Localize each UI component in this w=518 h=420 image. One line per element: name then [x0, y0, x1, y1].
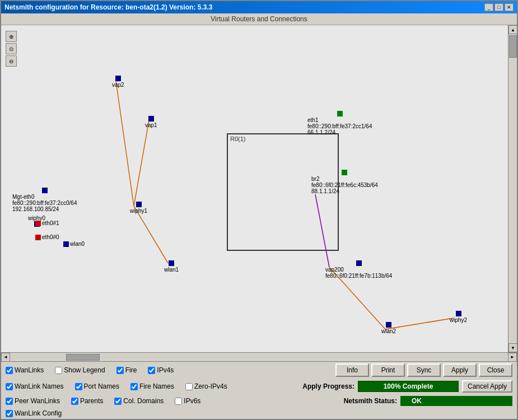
- checkbox-wanlinks[interactable]: WanLinks: [6, 366, 44, 374]
- node-label-eth1: eth1fe80::290:bff:fe37:2cc1/6466.1.1.2/2…: [307, 117, 372, 136]
- checkbox-wanlink-names-input[interactable]: [6, 383, 13, 390]
- node-label-wlan1: wlan1: [164, 267, 179, 273]
- info-button[interactable]: Info: [335, 363, 369, 377]
- print-button[interactable]: Print: [371, 363, 405, 377]
- checkbox-wanlink-config[interactable]: WanLink Config: [6, 409, 62, 417]
- checkbox-ipv6s-input[interactable]: [175, 398, 182, 405]
- checkbox-ipv6s[interactable]: IPv6s: [175, 397, 200, 405]
- scroll-right-btn[interactable]: ►: [508, 353, 517, 362]
- node-label-wiphy1: wiphy1: [130, 208, 147, 214]
- checkbox-fire-names[interactable]: Fire Names: [130, 382, 174, 390]
- checkbox-wanlink-config-input[interactable]: [6, 410, 13, 417]
- maximize-button[interactable]: □: [494, 3, 503, 11]
- checkbox-zero-ipv4s-label: Zero-IPv4s: [194, 382, 227, 390]
- scroll-thumb-right[interactable]: [509, 35, 517, 58]
- checkbox-ipv4s-label: IPv4s: [157, 366, 174, 374]
- window-title: Netsmith configuration for Resource: ben…: [4, 3, 212, 11]
- checkbox-row-1: WanLinks Show Legend Fire IPv4s: [1, 362, 517, 379]
- checkbox-col-domains[interactable]: Col. Domains: [114, 397, 164, 405]
- checkbox-wanlink-names[interactable]: WanLink Names: [6, 382, 64, 390]
- node-square-vap2: [115, 76, 121, 81]
- section-label: Virtual Routers and Connections: [1, 13, 517, 25]
- zoom-in-button[interactable]: ⊕: [6, 31, 17, 42]
- node-label-br2: br2fe80::6f0:21ff:fe6c:453b/6488.1.1.1/2…: [311, 176, 378, 194]
- checkbox-row-4: WanLink Config: [1, 408, 517, 419]
- node-label-eth0-1: eth0#1: [42, 220, 59, 226]
- checkbox-show-legend-input[interactable]: [55, 367, 62, 374]
- minimize-button[interactable]: _: [484, 3, 493, 11]
- checkbox-peer-wanlinks[interactable]: Peer WanLinks: [6, 397, 60, 405]
- node-wlan1: wlan1: [164, 260, 179, 273]
- cancel-apply-button[interactable]: Cancel Apply: [462, 380, 512, 393]
- node-wlan2: wlan2: [381, 322, 396, 334]
- node-label-wiphy2: wiphy2: [450, 317, 467, 323]
- checkbox-show-legend-label: Show Legend: [64, 366, 105, 374]
- progress-bar: 100% Complete: [358, 381, 459, 392]
- checkbox-fire-names-label: Fire Names: [139, 382, 174, 390]
- zoom-out-button[interactable]: ⊖: [6, 55, 17, 67]
- scroll-down-btn[interactable]: ▼: [508, 343, 517, 352]
- checkbox-ipv4s-input[interactable]: [148, 367, 155, 374]
- main-window: Netsmith configuration for Resource: ben…: [0, 0, 518, 420]
- checkbox-port-names-input[interactable]: [75, 383, 82, 390]
- sync-button[interactable]: Sync: [407, 363, 441, 377]
- checkbox-ipv4s[interactable]: IPv4s: [148, 366, 174, 374]
- checkbox-parents[interactable]: Parents: [71, 397, 103, 405]
- node-label-vap2: vap2: [112, 82, 124, 88]
- checkbox-col-domains-label: Col. Domains: [123, 397, 164, 405]
- checkbox-port-names[interactable]: Port Names: [75, 382, 119, 390]
- scrollbar-right[interactable]: ▲ ▼: [508, 25, 517, 352]
- node-vap200: vap200fe80::6f0:21ff:fe7b:113b/64: [325, 260, 392, 279]
- scroll-thumb-bottom[interactable]: [66, 354, 100, 361]
- node-square-wiphy2: [456, 311, 461, 316]
- node-label-vap200: vap200fe80::6f0:21ff:fe7b:113b/64: [325, 267, 392, 279]
- apply-button[interactable]: Apply: [443, 363, 477, 377]
- node-vap1: vap1: [145, 116, 157, 128]
- scroll-up-btn[interactable]: ▲: [508, 25, 517, 34]
- node-wiphy1: wiphy1: [130, 202, 147, 214]
- node-mgt-eth0: Mgt-eth0fe80::290:bff:fe37:2cc0/64192.16…: [12, 188, 77, 212]
- checkbox-row-2: WanLink Names Port Names Fire Names Zero…: [1, 379, 517, 394]
- node-square-wlan0: [63, 241, 69, 247]
- checkbox-ipv6s-label: IPv6s: [184, 397, 200, 405]
- close-window-button[interactable]: ✕: [505, 3, 514, 11]
- node-square-mgt-eth0: [42, 188, 48, 193]
- main-area: ⊕ ⊙ ⊖: [1, 25, 517, 352]
- checkbox-row-3: Peer WanLinks Parents Col. Domains IPv6s: [1, 394, 517, 408]
- node-square-wlan1: [169, 260, 174, 266]
- scroll-track-right: [508, 34, 517, 343]
- router-label: R0(1): [230, 136, 246, 142]
- node-square-wlan2: [386, 322, 391, 328]
- node-wlan0: wlan0: [63, 241, 85, 247]
- checkbox-parents-input[interactable]: [71, 398, 78, 405]
- checkbox-wanlink-names-label: WanLink Names: [15, 382, 64, 390]
- checkbox-fire-input[interactable]: [116, 367, 124, 374]
- node-eth0-1: eth0#1: [35, 220, 59, 226]
- node-br2: br2fe80::6f0:21ff:fe6c:453b/6488.1.1.1/2…: [311, 170, 378, 194]
- checkbox-peer-wanlinks-label: Peer WanLinks: [15, 397, 60, 405]
- status-label: Netsmith Status:: [344, 397, 397, 405]
- close-button[interactable]: Close: [479, 363, 512, 377]
- checkbox-fire[interactable]: Fire: [116, 366, 137, 374]
- checkbox-fire-names-input[interactable]: [130, 383, 138, 390]
- svg-line-2: [134, 206, 168, 263]
- scroll-left-btn[interactable]: ◄: [1, 353, 10, 362]
- bottom-rows: WanLinks Show Legend Fire IPv4s: [1, 362, 517, 419]
- zoom-fit-button[interactable]: ⊙: [6, 43, 17, 54]
- checkbox-fire-label: Fire: [125, 366, 137, 374]
- progress-label: Apply Progress:: [302, 382, 354, 390]
- checkbox-show-legend[interactable]: Show Legend: [55, 366, 105, 374]
- checkbox-peer-wanlinks-input[interactable]: [6, 398, 13, 405]
- checkbox-zero-ipv4s-input[interactable]: [185, 383, 193, 390]
- checkbox-zero-ipv4s[interactable]: Zero-IPv4s: [185, 382, 227, 390]
- checkbox-wanlinks-label: WanLinks: [15, 366, 44, 374]
- checkbox-wanlinks-input[interactable]: [6, 367, 13, 374]
- node-square-vap200: [356, 260, 362, 266]
- node-vap2: vap2: [112, 76, 124, 88]
- node-label-vap1: vap1: [145, 122, 157, 128]
- node-label-eth0-0: eth0#0: [42, 234, 59, 240]
- scrollbar-bottom[interactable]: ◄ ►: [1, 352, 517, 361]
- svg-line-1: [134, 120, 149, 206]
- checkbox-col-domains-input[interactable]: [114, 398, 122, 405]
- node-wiphy2: wiphy2: [450, 311, 467, 323]
